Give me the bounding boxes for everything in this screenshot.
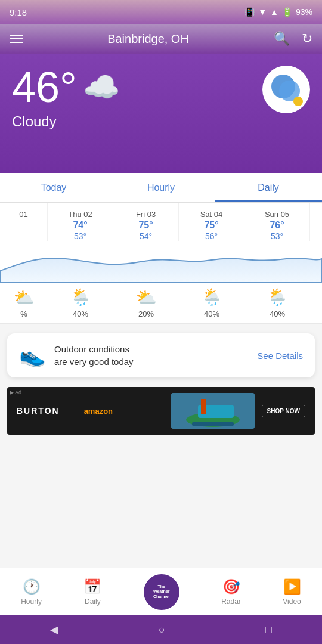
wx-icon-4: 🌦️ — [267, 287, 288, 307]
nav-video[interactable]: ▶️ Video — [283, 578, 301, 606]
wx-cell-4: 🌦️ 40% — [244, 287, 310, 318]
weather-icons-row: ⛅ % 🌦️ 40% ⛅ 20% 🌦️ 40% 🌦️ 40% — [0, 283, 322, 324]
nav-daily[interactable]: 📅 Daily — [83, 578, 101, 606]
alerts-icon[interactable]: ↻ — [302, 31, 312, 47]
vibrate-icon: 📳 — [244, 7, 255, 17]
wx-cell-2: ⛅ 20% — [113, 287, 179, 318]
forecast-day-3[interactable]: Sat 04 75° 56° — [179, 203, 244, 241]
nav-center[interactable]: TheWeatherChannel — [144, 574, 179, 610]
precip-3: 40% — [204, 309, 219, 318]
ad-indicator: ▶Ad — [10, 389, 21, 395]
battery-icon: 🔋 — [282, 7, 292, 17]
forecast-day-2[interactable]: Fri 03 75° 54° — [113, 203, 179, 241]
wave-svg — [0, 241, 322, 283]
wifi-icon: ▼ — [258, 7, 267, 17]
ad-right: SHOP NOW — [171, 393, 305, 429]
home-button[interactable]: ○ — [159, 624, 165, 636]
temperature-display: 46° — [12, 66, 77, 109]
menu-button[interactable] — [10, 35, 23, 43]
location-title: Bainbridge, OH — [107, 32, 189, 46]
ad-image — [171, 393, 255, 429]
wx-icon-0: ⛅ — [14, 287, 35, 307]
weather-channel-label: TheWeatherChannel — [153, 584, 170, 599]
wx-cell-1: 🌦️ 40% — [48, 287, 113, 318]
burton-brand: BURTON — [17, 406, 60, 416]
condition-display: Cloudy — [12, 113, 310, 130]
forecast-day-4[interactable]: Sun 05 76° 53° — [244, 203, 310, 241]
shop-now-button[interactable]: SHOP NOW — [262, 405, 305, 417]
precip-1: 40% — [73, 309, 88, 318]
nav-hourly[interactable]: 🕐 Hourly — [21, 578, 42, 606]
radar-icon: 🎯 — [222, 578, 240, 595]
wx-icon-3: 🌦️ — [202, 287, 222, 307]
signal-icon: ▲ — [270, 7, 278, 17]
low-temp-1: 53° — [74, 231, 86, 241]
wx-icon-1: 🌦️ — [70, 287, 91, 307]
high-temp-2: 75° — [138, 220, 153, 231]
clock-icon: 🕐 — [23, 578, 41, 595]
day-label-3: Sat 04 — [200, 210, 223, 219]
low-temp-4: 53° — [271, 231, 283, 241]
status-icons: 📳 ▼ ▲ 🔋 93% — [244, 7, 312, 17]
wx-icon-2: ⛅ — [136, 287, 157, 307]
svg-rect-3 — [201, 399, 206, 414]
day-label-4: Sun 05 — [265, 210, 289, 219]
weather-hero: 46° ☁️ Cloudy — [0, 54, 322, 173]
daily-forecast-section: 01 Thu 02 74° 53° Fri 03 75° 54° Sat 04 … — [0, 203, 322, 324]
nav-video-label: Video — [283, 597, 301, 606]
nav-radar-label: Radar — [221, 597, 241, 606]
calendar-icon: 📅 — [83, 578, 101, 595]
tab-daily[interactable]: Daily — [215, 173, 322, 202]
shoe-icon: 👟 — [19, 343, 46, 368]
low-temp-2: 54° — [140, 231, 152, 241]
nav-hourly-label: Hourly — [21, 597, 42, 606]
high-temp-4: 76° — [270, 220, 284, 231]
tab-hourly[interactable]: Hourly — [107, 173, 215, 202]
high-temp-1: 74° — [73, 220, 87, 231]
back-button[interactable]: ◀ — [50, 623, 58, 636]
precip-4: 40% — [270, 309, 285, 318]
forecast-day-0[interactable]: 01 — [0, 203, 48, 241]
time: 9:18 — [10, 7, 27, 17]
status-bar: 9:18 📳 ▼ ▲ 🔋 93% — [0, 0, 322, 24]
weather-icon: ☁️ — [83, 70, 120, 104]
recent-apps-button[interactable]: □ — [265, 624, 272, 636]
bottom-navigation: 🕐 Hourly 📅 Daily TheWeatherChannel 🎯 Rad… — [0, 568, 322, 615]
precip-0: % — [20, 309, 27, 318]
header-actions: 🔍 ↻ — [274, 31, 312, 47]
outdoor-left: 👟 Outdoor conditionsare very good today — [19, 343, 134, 368]
forecast-row: 01 Thu 02 74° 53° Fri 03 75° 54° Sat 04 … — [0, 203, 322, 241]
search-icon[interactable]: 🔍 — [274, 31, 290, 47]
temperature-wave-chart — [0, 241, 322, 283]
android-navigation-bar: ◀ ○ □ — [0, 615, 322, 644]
day-label-1: Thu 02 — [68, 210, 92, 219]
tab-today[interactable]: Today — [0, 173, 107, 202]
nav-radar[interactable]: 🎯 Radar — [221, 578, 241, 606]
low-temp-3: 56° — [205, 231, 218, 241]
weather-channel-center-button[interactable]: TheWeatherChannel — [144, 574, 179, 610]
precip-2: 20% — [138, 309, 154, 318]
see-details-button[interactable]: See Details — [257, 351, 303, 361]
video-icon: ▶️ — [283, 578, 301, 595]
day-label-2: Fri 03 — [136, 210, 156, 219]
outdoor-conditions-text: Outdoor conditionsare very good today — [54, 343, 134, 368]
advertisement-banner[interactable]: ▶Ad BURTON amazon SHOP NOW — [7, 387, 315, 435]
forecast-day-1[interactable]: Thu 02 74° 53° — [48, 203, 113, 241]
amazon-partner: amazon — [84, 407, 113, 416]
svg-rect-4 — [192, 422, 234, 426]
battery-percent: 93% — [296, 7, 312, 17]
nav-daily-label: Daily — [85, 597, 101, 606]
wx-cell-3: 🌦️ 40% — [179, 287, 244, 318]
day-label-0: 01 — [19, 210, 27, 219]
wx-cell-0: ⛅ % — [0, 287, 48, 318]
header: Bainbridge, OH 🔍 ↻ — [0, 24, 322, 54]
forecast-tabs: Today Hourly Daily — [0, 173, 322, 203]
outdoor-card: 👟 Outdoor conditionsare very good today … — [7, 333, 315, 377]
high-temp-3: 75° — [204, 220, 218, 231]
ad-brand-info: BURTON amazon — [17, 402, 113, 420]
weather-channel-logo — [262, 66, 310, 113]
